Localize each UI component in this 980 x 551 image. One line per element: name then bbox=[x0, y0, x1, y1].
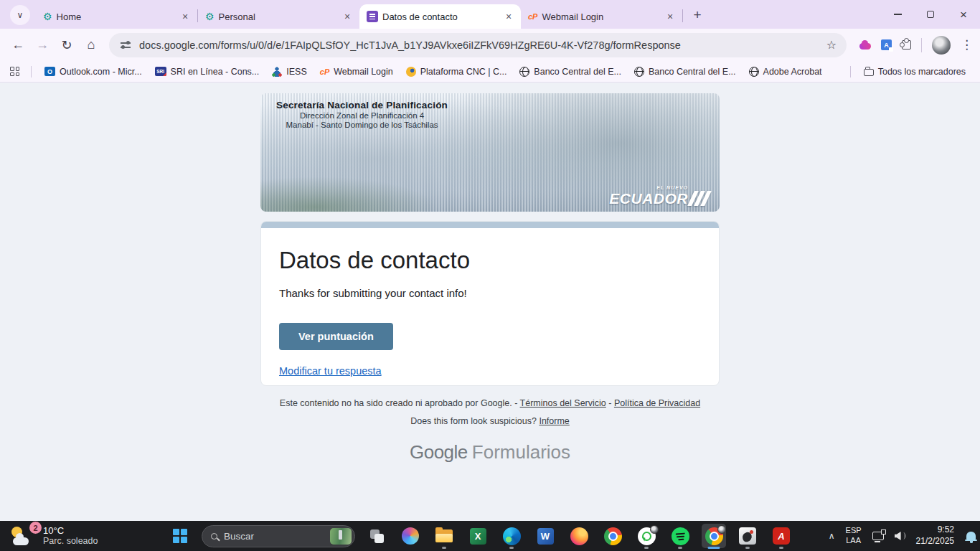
edit-response-link[interactable]: Modificar tu respuesta bbox=[279, 365, 382, 377]
all-bookmarks-button[interactable]: Todos los marcadores bbox=[859, 65, 970, 79]
network-icon[interactable] bbox=[872, 532, 884, 540]
bookmark-iess[interactable]: IESS bbox=[268, 65, 311, 79]
chrome-icon bbox=[705, 527, 723, 545]
start-button[interactable] bbox=[168, 524, 192, 548]
adobe-acrobat-icon: A bbox=[773, 527, 790, 545]
browser-toolbar: ← → ↻ ⌂ docs.google.com/forms/u/0/d/e/1F… bbox=[0, 29, 980, 61]
view-score-button[interactable]: Ver puntuación bbox=[279, 323, 393, 350]
privacy-link[interactable]: Política de Privacidad bbox=[614, 398, 700, 408]
firefox-icon bbox=[570, 527, 588, 545]
brand-google: Google bbox=[410, 441, 468, 463]
report-link[interactable]: Informe bbox=[539, 416, 569, 426]
weather-condition: Parc. soleado bbox=[43, 536, 98, 547]
close-icon[interactable]: × bbox=[341, 10, 354, 23]
java-app-button[interactable] bbox=[735, 524, 760, 548]
tab-webmail-login[interactable]: cP Webmail Login × bbox=[521, 4, 682, 29]
weather-badge: 2 bbox=[29, 522, 42, 534]
profile-avatar[interactable] bbox=[932, 36, 951, 55]
reload-button[interactable]: ↻ bbox=[55, 33, 79, 57]
footer-dash: - bbox=[608, 398, 611, 408]
window-controls: × bbox=[881, 0, 980, 29]
cnc-icon bbox=[406, 67, 416, 77]
bookmark-sri[interactable]: SRI SRI en Línea - Cons... bbox=[151, 65, 264, 79]
terms-link[interactable]: Términos del Servicio bbox=[520, 398, 606, 408]
weather-cloud-extension-icon[interactable] bbox=[859, 43, 871, 50]
header-region: Manabí - Santo Domingo de los Tsáchilas bbox=[276, 121, 448, 129]
tab-personal[interactable]: ⚙ Personal × bbox=[198, 4, 359, 29]
taskbar-search[interactable]: Buscar bbox=[202, 525, 355, 547]
chrome-active-button[interactable] bbox=[702, 524, 726, 548]
ecuador-logo: EL NUEVO ECUADOR bbox=[609, 185, 708, 206]
maximize-button[interactable] bbox=[914, 0, 947, 29]
extensions-puzzle-icon[interactable] bbox=[902, 40, 911, 50]
folder-icon bbox=[864, 69, 874, 76]
bookmark-label: Webmail Login bbox=[334, 67, 392, 77]
apps-grid-icon[interactable] bbox=[10, 67, 19, 76]
form-response-card: Datos de contacto Thanks for submitting … bbox=[260, 221, 720, 386]
globe-icon bbox=[519, 67, 529, 77]
search-placeholder: Buscar bbox=[224, 531, 324, 542]
hidden-icons-chevron[interactable]: ∧ bbox=[829, 531, 835, 541]
clock[interactable]: 9:52 21/2/2025 bbox=[916, 524, 954, 547]
gear-icon: ⚙ bbox=[205, 11, 215, 22]
file-explorer-button[interactable] bbox=[432, 524, 456, 548]
footer-disclaimer: Este contenido no ha sido creado ni apro… bbox=[280, 398, 517, 408]
close-icon[interactable]: × bbox=[664, 10, 677, 23]
lang-line2: LAA bbox=[846, 536, 862, 546]
tab-label: Personal bbox=[219, 11, 336, 22]
bookmark-outlook[interactable]: O Outlook.com - Micr... bbox=[40, 65, 146, 79]
bookmarks-separator bbox=[850, 66, 851, 77]
bookmark-plataforma-cnc[interactable]: Plataforma CNC | C... bbox=[402, 65, 512, 79]
language-indicator[interactable]: ESP LAA bbox=[846, 526, 862, 546]
acrobat-button[interactable]: A bbox=[769, 524, 793, 548]
search-highlight-image[interactable] bbox=[330, 528, 352, 545]
word-button[interactable]: W bbox=[533, 524, 557, 548]
bookmark-webmail-login[interactable]: cP Webmail Login bbox=[316, 65, 397, 79]
new-tab-button[interactable]: + bbox=[687, 5, 707, 25]
back-button[interactable]: ← bbox=[6, 33, 30, 57]
minimize-button[interactable] bbox=[881, 0, 914, 29]
weather-widget[interactable]: 2 10°C Parc. soleado bbox=[6, 521, 102, 551]
tab-home[interactable]: ⚙ Home × bbox=[36, 4, 197, 29]
home-button[interactable]: ⌂ bbox=[79, 33, 103, 57]
search-icon bbox=[211, 533, 217, 540]
close-icon[interactable]: × bbox=[179, 10, 192, 23]
bookmark-adobe-acrobat[interactable]: Adobe Acrobat bbox=[745, 65, 826, 79]
copilot-button[interactable] bbox=[398, 524, 423, 548]
edge-button[interactable] bbox=[499, 524, 524, 548]
bookmark-star-icon[interactable]: ☆ bbox=[826, 38, 837, 52]
bookmark-banco-central-2[interactable]: Banco Central del E... bbox=[630, 65, 740, 79]
form-title: Datos de contacto bbox=[279, 247, 701, 274]
spotify-button[interactable] bbox=[668, 524, 692, 548]
whatsapp-icon bbox=[638, 527, 656, 545]
forward-button[interactable]: → bbox=[30, 33, 55, 57]
close-window-button[interactable]: × bbox=[947, 0, 980, 29]
confirmation-message: Thanks for submitting your contact info! bbox=[279, 287, 701, 299]
bookmark-banco-central-1[interactable]: Banco Central del E... bbox=[515, 65, 626, 79]
header-dept: Dirección Zonal de Planificación 4 bbox=[276, 111, 448, 120]
desktop: ∨ ⚙ Home × ⚙ Personal × Datos de contact… bbox=[0, 0, 980, 551]
globe-icon bbox=[634, 67, 644, 77]
notifications-bell-icon[interactable] bbox=[966, 532, 976, 540]
brand-product: Formularios bbox=[472, 441, 570, 463]
firefox-button[interactable] bbox=[567, 524, 591, 548]
chrome-icon bbox=[604, 527, 622, 545]
task-view-button[interactable] bbox=[364, 524, 389, 548]
site-settings-icon[interactable] bbox=[121, 42, 131, 44]
speaker-icon[interactable] bbox=[895, 532, 905, 541]
copilot-icon bbox=[402, 527, 419, 545]
tab-datos-de-contacto[interactable]: Datos de contacto × bbox=[359, 4, 521, 29]
java-app-icon bbox=[739, 527, 756, 545]
lang-line1: ESP bbox=[846, 526, 862, 536]
browser-menu-icon[interactable]: ⋮ bbox=[961, 37, 973, 52]
excel-button[interactable]: X bbox=[466, 524, 490, 548]
address-bar[interactable]: docs.google.com/forms/u/0/d/e/1FAIpQLSfO… bbox=[109, 33, 847, 57]
google-translate-icon[interactable]: A bbox=[881, 39, 892, 50]
file-explorer-icon bbox=[435, 529, 453, 542]
url-text[interactable]: docs.google.com/forms/u/0/d/e/1FAIpQLSfO… bbox=[139, 39, 819, 51]
tab-search-button[interactable]: ∨ bbox=[10, 5, 30, 25]
chrome-button[interactable] bbox=[600, 524, 625, 548]
close-icon[interactable]: × bbox=[502, 10, 515, 23]
whatsapp-button[interactable] bbox=[634, 524, 659, 548]
cpanel-icon: cP bbox=[320, 67, 329, 76]
